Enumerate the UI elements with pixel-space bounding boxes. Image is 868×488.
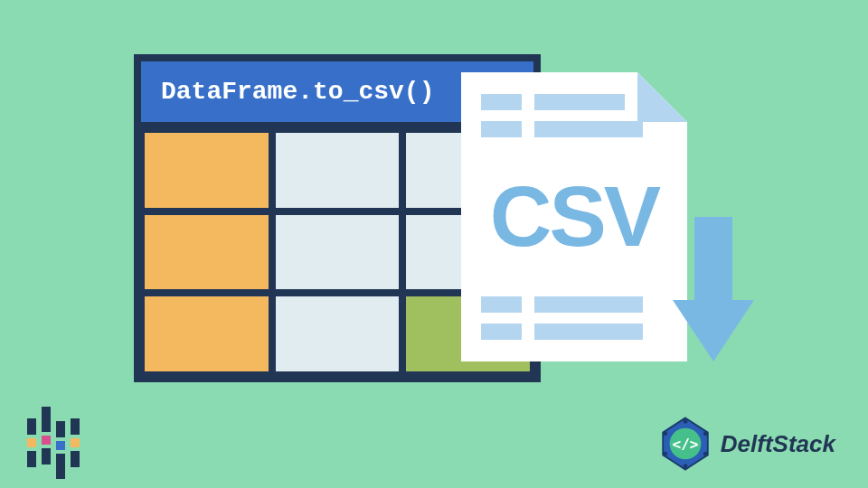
grid-cell bbox=[272, 293, 403, 375]
file-row bbox=[481, 121, 667, 137]
logo-bar bbox=[27, 451, 36, 467]
file-bar bbox=[534, 94, 625, 110]
logo-col bbox=[27, 418, 36, 467]
svg-point-6 bbox=[683, 464, 687, 468]
logo-col bbox=[56, 421, 65, 479]
svg-point-3 bbox=[683, 419, 687, 424]
file-lines-bottom bbox=[481, 296, 667, 340]
download-arrow-icon bbox=[673, 217, 754, 361]
logo-square bbox=[42, 436, 51, 445]
file-bar bbox=[481, 94, 522, 110]
logo-square bbox=[27, 438, 36, 447]
header-title: DataFrame.to_csv() bbox=[161, 78, 434, 106]
logo-square bbox=[56, 441, 65, 450]
delftstack-emblem-icon: </> bbox=[657, 416, 713, 472]
file-bar bbox=[534, 296, 643, 313]
csv-file-icon: CSV bbox=[461, 72, 687, 361]
arrow-stem bbox=[694, 217, 732, 304]
logo-bar bbox=[71, 418, 80, 435]
svg-text:</>: </> bbox=[672, 436, 698, 453]
file-bar bbox=[481, 121, 522, 137]
file-row bbox=[481, 324, 667, 340]
logo-square bbox=[71, 438, 80, 447]
csv-label: CSV bbox=[461, 167, 687, 266]
file-bar bbox=[534, 324, 643, 340]
logo-bar bbox=[56, 454, 65, 479]
brand-name: DelftStack bbox=[721, 430, 835, 458]
logo-bar bbox=[42, 407, 51, 432]
svg-point-7 bbox=[663, 452, 667, 456]
file-bar bbox=[481, 324, 522, 340]
svg-point-4 bbox=[703, 431, 708, 436]
grid-cell bbox=[141, 293, 272, 375]
arrow-head bbox=[673, 300, 754, 361]
svg-point-8 bbox=[663, 431, 667, 436]
grid-cell bbox=[141, 129, 272, 211]
svg-point-5 bbox=[703, 452, 708, 456]
logo-bar bbox=[56, 421, 65, 437]
delftstack-logo: </> DelftStack bbox=[657, 416, 835, 472]
pandas-logo-icon bbox=[27, 410, 83, 475]
file-lines-top bbox=[481, 94, 667, 137]
logo-col bbox=[71, 418, 80, 467]
grid-cell bbox=[272, 211, 403, 294]
logo-bar bbox=[71, 451, 80, 467]
logo-col bbox=[42, 407, 51, 465]
file-bar bbox=[534, 121, 643, 137]
grid-cell bbox=[141, 211, 272, 294]
grid-cell bbox=[272, 129, 403, 211]
file-bar bbox=[481, 296, 522, 313]
file-row bbox=[481, 94, 667, 110]
logo-bar bbox=[42, 448, 51, 465]
logo-bar bbox=[27, 418, 36, 435]
file-row bbox=[481, 296, 667, 313]
